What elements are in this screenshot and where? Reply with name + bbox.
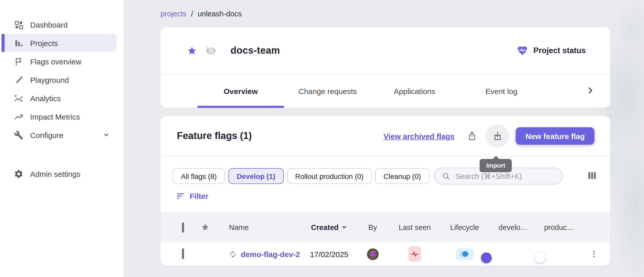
column-header-name[interactable]: Name <box>217 223 304 231</box>
wrench-icon <box>13 130 24 140</box>
sidebar-item-playground[interactable]: Playground <box>2 71 117 89</box>
lifecycle-pre-live-icon <box>459 250 470 258</box>
toggle-development-thumb <box>481 252 492 263</box>
column-header-lifecycle[interactable]: Lifecycle <box>439 223 490 231</box>
breadcrumb-separator: / <box>191 10 193 18</box>
sidebar-item-projects[interactable]: Projects <box>2 34 117 52</box>
search-input[interactable] <box>455 171 555 181</box>
project-tabs: Overview Change requests Applications Ev… <box>160 75 610 108</box>
lifecycle-badge[interactable] <box>456 248 474 260</box>
tabs-more-chevron-right-icon[interactable] <box>586 86 595 95</box>
sidebar-item-label: Admin settings <box>30 169 80 178</box>
view-archived-flags-link[interactable]: View archived flags <box>383 132 454 140</box>
chip-rollout-production[interactable]: Rollout production (0) <box>287 168 372 184</box>
heart-pulse-icon <box>517 45 528 56</box>
sidebar-item-label: Configure <box>30 131 63 139</box>
import-button[interactable] <box>486 124 509 148</box>
flag-icon <box>13 56 24 66</box>
projects-icon <box>13 38 24 48</box>
breadcrumb: projects / unleash-docs <box>160 10 242 18</box>
columns-button[interactable] <box>587 170 597 181</box>
project-header-card: docs-team Project status Overview Change… <box>160 27 610 108</box>
flags-table: Name Created By Last seen Lifecycle deve… <box>160 212 610 266</box>
trending-up-icon <box>13 111 24 122</box>
import-tooltip: Import <box>480 159 512 172</box>
row-menu-kebab-icon[interactable] <box>582 249 605 259</box>
chevron-down-icon <box>102 131 110 139</box>
flag-type-sync-icon <box>229 250 237 258</box>
feature-flags-card: Feature flags (1) View archived flags Ne… <box>160 116 610 266</box>
column-header-by[interactable]: By <box>355 223 390 231</box>
columns-icon <box>587 170 597 181</box>
eye-off-icon <box>205 45 216 56</box>
favorite-column-star-icon <box>193 223 217 232</box>
filter-icon <box>176 192 185 200</box>
tab-event-log[interactable]: Event log <box>458 87 545 96</box>
tab-applications[interactable]: Applications <box>371 87 458 96</box>
sidebar-item-configure[interactable]: Configure <box>2 126 117 144</box>
sidebar: Dashboard Projects Flags overview Playgr… <box>0 0 124 277</box>
sidebar-item-flags-overview[interactable]: Flags overview <box>2 52 117 71</box>
chip-all-flags[interactable]: All flags (8) <box>173 168 225 184</box>
sort-chevron-down-icon <box>341 224 347 230</box>
project-status-button[interactable]: Project status <box>517 45 586 56</box>
gear-icon <box>13 169 24 179</box>
feature-flags-title: Feature flags (1) <box>177 130 252 142</box>
search-icon <box>441 172 450 180</box>
export-button[interactable] <box>467 131 477 141</box>
new-feature-flag-button[interactable]: New feature flag <box>516 127 594 145</box>
filter-label: Filter <box>190 192 208 200</box>
row-checkbox[interactable] <box>182 248 184 259</box>
select-all-checkbox[interactable] <box>182 222 184 232</box>
app-root: Dashboard Projects Flags overview Playgr… <box>0 0 644 277</box>
column-header-production: produc… <box>536 223 582 231</box>
tab-overview[interactable]: Overview <box>197 87 284 96</box>
sidebar-item-label: Projects <box>30 39 58 47</box>
import-tooltip-label: Import <box>486 162 505 169</box>
import-icon <box>492 131 503 141</box>
sidebar-item-label: Flags overview <box>30 57 81 66</box>
tab-change-requests[interactable]: Change requests <box>284 87 371 96</box>
wand-icon <box>13 75 24 85</box>
export-icon <box>467 131 477 141</box>
favorite-star-icon[interactable] <box>187 46 197 55</box>
created-date: 17/02/2025 <box>304 250 355 258</box>
column-header-created-label: Created <box>311 223 339 231</box>
flag-name-link[interactable]: demo-flag-dev-2 <box>241 250 300 258</box>
sidebar-item-label: Analytics <box>30 94 61 102</box>
filter-button[interactable]: Filter <box>176 192 208 200</box>
chip-develop[interactable]: Develop (1) <box>228 168 283 184</box>
column-header-last-seen[interactable]: Last seen <box>390 223 439 231</box>
project-header-row: docs-team Project status <box>160 27 610 75</box>
sidebar-item-label: Impact Metrics <box>30 112 80 121</box>
pulse-icon <box>411 250 419 258</box>
user-avatar <box>367 248 378 260</box>
sidebar-item-analytics[interactable]: Analytics <box>2 89 117 107</box>
project-status-label: Project status <box>533 46 586 55</box>
flag-name-cell: demo-flag-dev-2 <box>217 250 304 258</box>
sidebar-item-admin-settings[interactable]: Admin settings <box>2 165 117 183</box>
feature-flags-header: Feature flags (1) View archived flags Ne… <box>160 116 610 156</box>
sidebar-item-label: Playground <box>30 75 69 84</box>
table-row: demo-flag-dev-2 17/02/2025 <box>160 242 610 266</box>
active-tab-underline <box>197 106 284 108</box>
dashboard-icon <box>13 19 24 30</box>
analytics-icon <box>13 93 24 103</box>
column-header-created[interactable]: Created <box>304 223 355 231</box>
toggle-production-thumb <box>535 252 545 263</box>
sidebar-item-dashboard[interactable]: Dashboard <box>2 15 117 34</box>
last-seen-cell <box>390 246 439 262</box>
breadcrumb-link-projects[interactable]: projects <box>160 10 187 18</box>
table-header-row: Name Created By Last seen Lifecycle deve… <box>160 212 610 242</box>
last-seen-badge <box>408 246 421 262</box>
by-cell <box>355 248 390 260</box>
column-header-development: develo… <box>490 223 536 231</box>
sidebar-item-label: Dashboard <box>30 20 68 29</box>
project-title: docs-team <box>231 45 280 56</box>
sidebar-item-impact-metrics[interactable]: Impact Metrics <box>2 107 117 126</box>
breadcrumb-current: unleash-docs <box>198 10 242 18</box>
chip-cleanup[interactable]: Cleanup (0) <box>375 168 429 184</box>
